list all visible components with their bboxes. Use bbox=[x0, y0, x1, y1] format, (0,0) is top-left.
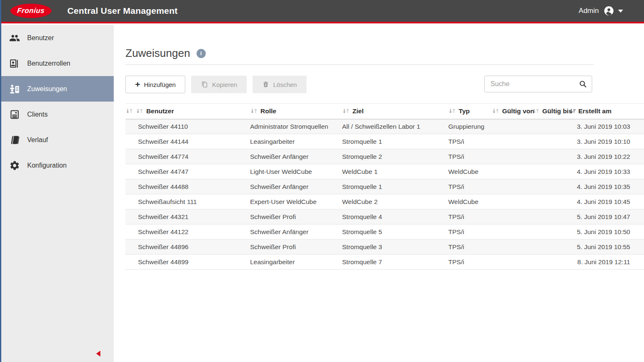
cell-typ: TPS/i bbox=[448, 255, 492, 270]
copy-button[interactable]: Kopieren bbox=[191, 76, 247, 93]
sort-icon: ↓↑ bbox=[342, 108, 350, 114]
add-button[interactable]: + Hinzufügen bbox=[125, 76, 185, 93]
column-header-gueltig-bis[interactable]: ↓↑ Gültig bis bbox=[532, 104, 570, 119]
search-box bbox=[484, 76, 592, 92]
cell-ziel: Stromquelle 2 bbox=[342, 149, 448, 164]
table-row[interactable]: Schweißer 44747Light-User WeldCubeWeldCu… bbox=[125, 164, 644, 179]
sidebar-item-benutzer[interactable]: Benutzer bbox=[1, 25, 114, 51]
cell-erstellt-am: 4. Juni 2019 10:45 bbox=[570, 194, 644, 209]
column-header-rolle[interactable]: ↓↑ Rolle bbox=[250, 104, 342, 119]
sidebar-item-zuweisungen[interactable]: Zuweisungen bbox=[1, 76, 114, 102]
cell-ziel: All / Schweißzellen Labor 1 bbox=[342, 119, 448, 134]
user-avatar-icon bbox=[604, 6, 614, 16]
cell-gueltig-von bbox=[492, 134, 532, 149]
cell-gueltig-von bbox=[492, 119, 532, 134]
cell-gueltig-von bbox=[492, 209, 532, 224]
cell-gueltig-bis bbox=[532, 134, 570, 149]
user-roles-icon bbox=[9, 58, 20, 69]
sidebar-item-benutzerrollen[interactable]: Benutzerrollen bbox=[1, 51, 114, 76]
cell-rolle: Light-User WeldCube bbox=[250, 164, 342, 179]
cell-erstellt-am: 3. Juni 2019 10:10 bbox=[570, 134, 644, 149]
cell-ziel: Stromquelle 1 bbox=[342, 179, 448, 194]
search-input[interactable] bbox=[485, 76, 572, 92]
table-row[interactable]: Schweißer 44110Administrator Stromquelle… bbox=[125, 119, 644, 134]
cell-rolle: Schweißer Anfänger bbox=[250, 179, 342, 194]
cell-benutzer: Schweißaufsicht 111 bbox=[125, 194, 250, 209]
table-row[interactable]: Schweißer 44896Schweißer ProfiStromquell… bbox=[125, 240, 644, 255]
sidebar-item-label: Verlauf bbox=[27, 136, 48, 144]
chevron-down-icon bbox=[618, 10, 623, 13]
cell-rolle: Leasingarbeiter bbox=[250, 134, 342, 149]
cell-benutzer: Schweißer 44488 bbox=[125, 179, 250, 194]
column-header-typ[interactable]: ↓↑ Typ bbox=[448, 104, 492, 119]
cell-benutzer: Schweißer 44899 bbox=[125, 255, 250, 270]
cell-gueltig-bis bbox=[532, 255, 570, 270]
column-header-erstellt-am[interactable]: Erstellt am bbox=[570, 104, 644, 119]
users-icon bbox=[9, 33, 20, 43]
cell-gueltig-von bbox=[492, 179, 532, 194]
table-row[interactable]: Schweißer 44144LeasingarbeiterStromquell… bbox=[125, 134, 644, 149]
sidebar-item-label: Zuweisungen bbox=[27, 85, 67, 93]
sidebar-collapse-icon[interactable] bbox=[96, 351, 100, 357]
sidebar-item-clients[interactable]: Clients bbox=[1, 102, 114, 127]
sort-icon: ↓↑ bbox=[448, 108, 456, 114]
sort-descending-icon bbox=[570, 108, 576, 115]
cell-benutzer: Schweißer 44321 bbox=[125, 209, 250, 224]
assignments-table: ↓↑ ↓↑ Benutzer ↓↑ Rolle ↓↑ bbox=[125, 103, 644, 270]
cell-erstellt-am: 3. Juni 2019 10:22 bbox=[570, 149, 644, 164]
table-row[interactable]: Schweißer 44774Schweißer AnfängerStromqu… bbox=[125, 149, 644, 164]
cell-gueltig-bis bbox=[532, 179, 570, 194]
sort-icon: ↓↑ bbox=[125, 108, 133, 114]
cell-gueltig-von bbox=[492, 149, 532, 164]
sidebar-item-konfiguration[interactable]: Konfiguration bbox=[1, 153, 114, 178]
table-row[interactable]: Schweißer 44488Schweißer AnfängerStromqu… bbox=[125, 179, 644, 194]
search-icon[interactable] bbox=[579, 80, 587, 88]
column-header-gueltig-von[interactable]: ↓↑ Gültig von bbox=[492, 104, 532, 119]
sidebar-item-verlauf[interactable]: Verlauf bbox=[1, 127, 114, 153]
sort-icon: ↓↑ bbox=[492, 108, 500, 114]
settings-icon bbox=[9, 160, 20, 171]
cell-erstellt-am: 3. Juni 2019 10:03 bbox=[570, 119, 644, 134]
cell-typ: TPS/i bbox=[448, 149, 492, 164]
cell-gueltig-bis bbox=[532, 119, 570, 134]
cell-typ: WeldCube bbox=[448, 194, 492, 209]
table-row[interactable]: Schweißaufsicht 111Expert-User WeldCubeW… bbox=[125, 194, 644, 209]
table-row[interactable]: Schweißer 44321Schweißer ProfiStromquell… bbox=[125, 209, 644, 224]
cell-typ: WeldCube bbox=[448, 164, 492, 179]
cell-gueltig-bis bbox=[532, 164, 570, 179]
cell-erstellt-am: 5. Juni 2019 10:47 bbox=[570, 209, 644, 224]
table-body: Schweißer 44110Administrator Stromquelle… bbox=[125, 119, 644, 270]
copy-icon bbox=[201, 81, 208, 88]
table-row[interactable]: Schweißer 44899LeasingarbeiterStromquell… bbox=[125, 255, 644, 270]
cell-benutzer: Schweißer 44896 bbox=[125, 240, 250, 255]
cell-gueltig-von bbox=[492, 240, 532, 255]
sort-icon: ↓↑ bbox=[532, 108, 540, 114]
cell-benutzer: Schweißer 44774 bbox=[125, 149, 250, 164]
cell-rolle: Administrator Stromquellen bbox=[250, 119, 342, 134]
delete-button[interactable]: Löschen bbox=[253, 76, 307, 93]
cell-erstellt-am: 5. Juni 2019 10:50 bbox=[570, 224, 644, 240]
cell-ziel: WeldCube 2 bbox=[342, 194, 448, 209]
main-content: Zuweisungen i + Hinzufügen Kopieren Lösc… bbox=[114, 25, 644, 362]
cell-ziel: Stromquelle 5 bbox=[342, 224, 448, 240]
cell-typ: TPS/i bbox=[448, 240, 492, 255]
sidebar-item-label: Konfiguration bbox=[27, 162, 66, 169]
cell-erstellt-am: 4. Juni 2019 10:33 bbox=[570, 164, 644, 179]
cell-erstellt-am: 4. Juni 2019 10:35 bbox=[570, 179, 644, 194]
cell-gueltig-bis bbox=[532, 149, 570, 164]
column-header-ziel[interactable]: ↓↑ Ziel bbox=[342, 104, 448, 119]
table-row[interactable]: Schweißer 44122Schweißer AnfängerStromqu… bbox=[125, 224, 644, 240]
sort-icon: ↓↑ bbox=[136, 108, 144, 114]
cell-gueltig-von bbox=[492, 194, 532, 209]
delete-icon bbox=[262, 81, 269, 88]
cell-gueltig-von bbox=[492, 164, 532, 179]
cell-gueltig-bis bbox=[532, 240, 570, 255]
info-icon[interactable]: i bbox=[197, 49, 206, 58]
cell-rolle: Schweißer Anfänger bbox=[250, 224, 342, 240]
cell-rolle: Schweißer Profi bbox=[250, 209, 342, 224]
user-menu[interactable]: Admin bbox=[579, 6, 623, 16]
sort-icon: ↓↑ bbox=[250, 108, 258, 114]
column-header-benutzer[interactable]: ↓↑ ↓↑ Benutzer bbox=[125, 104, 250, 119]
cell-erstellt-am: 8. Juni 2019 12:11 bbox=[570, 255, 644, 270]
assignments-icon bbox=[9, 84, 20, 94]
